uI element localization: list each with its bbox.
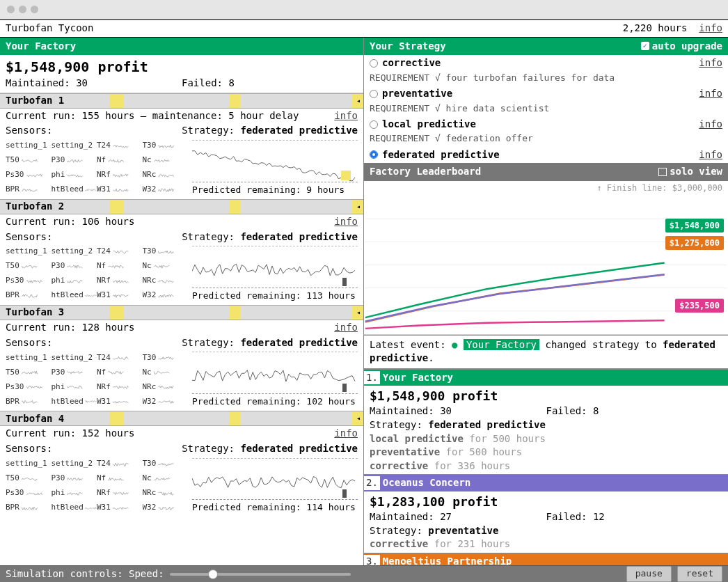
prediction-plot: [192, 246, 358, 288]
app-info-link[interactable]: info: [699, 22, 722, 33]
turbofan-header[interactable]: Turbofan 1 ◂: [0, 93, 363, 109]
solo-view-label: solo view: [670, 165, 722, 179]
window-zoom-icon[interactable]: [31, 6, 38, 13]
latest-event: Latest event: ● Your Factory changed str…: [364, 335, 728, 369]
strategy-history-item: local predictive for 500 hours: [370, 432, 722, 446]
auto-upgrade-toggle[interactable]: ✓ auto upgrade: [641, 40, 722, 54]
factory-profit: $1,548,900 profit: [6, 57, 358, 77]
leaderboard-item-header[interactable]: 1. Your Factory: [364, 370, 728, 386]
turbofan-name: Turbofan 4: [6, 412, 64, 426]
strategy-option-corrective[interactable]: corrective info: [364, 55, 728, 72]
sensor-Ps30: Ps30: [6, 486, 52, 500]
cursor-marker-icon: [342, 489, 347, 498]
lb-failed: Failed: 8: [546, 404, 723, 418]
window-titlebar: [0, 0, 728, 19]
turbofan-header[interactable]: Turbofan 2 ◂: [0, 199, 363, 214]
sensor-T50: T50: [6, 259, 52, 273]
strategy-option-federated predictive[interactable]: federated predictive info: [364, 147, 728, 164]
event-factory-tag: Your Factory: [464, 339, 539, 350]
strategy-line: Strategy: federated predictive: [182, 442, 358, 456]
sensor-Ps30: Ps30: [6, 168, 52, 182]
sensor-Nf: Nf: [97, 365, 143, 379]
sensor-T24: T24: [97, 350, 143, 364]
sensor-P30: P30: [52, 153, 97, 167]
sensor-NRc: NRc: [143, 168, 189, 182]
sensor-setting_1: setting_1: [6, 457, 52, 471]
factory-maintained: Maintained: 30: [6, 77, 182, 91]
turbofan-info-link[interactable]: info: [334, 109, 358, 123]
predicted-remaining: Predicted remaining: 9 hours: [192, 184, 358, 196]
strategy-info-link[interactable]: info: [699, 118, 722, 132]
your-strategy-header: Your Strategy ✓ auto upgrade: [364, 38, 728, 56]
event-suffix: .: [428, 352, 434, 363]
sensor-grid: setting_1setting_2T24T30T50P30NfNcPs30ph…: [6, 244, 188, 302]
sensor-htBleed: htBleed: [52, 288, 97, 302]
turbofan-header[interactable]: Turbofan 4 ◂: [0, 411, 363, 426]
window-minimize-icon[interactable]: [19, 6, 26, 13]
strategy-info-link[interactable]: info: [699, 148, 722, 162]
sensor-T50: T50: [6, 365, 52, 379]
lb-profit: $1,548,900 profit: [370, 387, 722, 404]
sensor-htBleed: htBleed: [52, 182, 97, 196]
speed-slider[interactable]: [170, 573, 351, 576]
turbofan-name: Turbofan 2: [6, 200, 64, 214]
leaderboard-item: 3. Menoeltius Partnership $1,275,800 pro…: [364, 553, 728, 565]
pause-button[interactable]: pause: [626, 566, 672, 581]
sensor-Nc: Nc: [143, 259, 189, 273]
sensor-phi: phi: [52, 168, 97, 182]
sensor-T30: T30: [143, 350, 189, 364]
sensors-label: Sensors:: [6, 230, 52, 244]
speed-label: Simulation controls: Speed:: [6, 567, 164, 581]
sensor-W31: W31: [97, 182, 143, 196]
strategy-info-link[interactable]: info: [699, 56, 722, 70]
event-dot-icon: ●: [452, 339, 457, 350]
sensor-T24: T24: [97, 457, 143, 471]
sensor-Ps30: Ps30: [6, 379, 52, 393]
profit-badge: $1,275,800: [665, 236, 724, 251]
leaderboard-header: Factory Leaderboard solo view: [364, 163, 728, 181]
finish-line-label: ↑ Finish line: $3,000,000: [364, 181, 728, 196]
leaderboard-list: 1. Your Factory $1,548,900 profit Mainta…: [364, 369, 728, 565]
leaderboard-item-header[interactable]: 3. Menoeltius Partnership: [364, 553, 728, 565]
turbofan-info-link[interactable]: info: [334, 215, 358, 229]
prediction-plot: [192, 352, 358, 394]
leaderboard-name: Your Factory: [383, 371, 453, 385]
speed-slider-thumb[interactable]: [208, 569, 218, 579]
turbofan-name: Turbofan 3: [6, 306, 64, 320]
reset-button[interactable]: reset: [677, 566, 722, 581]
strategy-requirement: REQUIREMENT √ federation offer: [364, 132, 728, 146]
caret-left-icon: ◂: [356, 96, 361, 106]
sensor-Nf: Nf: [97, 259, 143, 273]
sensor-NRf: NRf: [97, 274, 143, 288]
strategy-requirement: REQUIREMENT √ hire data scientist: [364, 102, 728, 116]
sensor-phi: phi: [52, 486, 97, 500]
sensor-grid: setting_1setting_2T24T30T50P30NfNcPs30ph…: [6, 457, 188, 514]
turbofan-info-link[interactable]: info: [334, 427, 358, 441]
strategy-name: local predictive: [382, 118, 476, 132]
sensors-label: Sensors:: [6, 442, 52, 456]
solo-view-toggle[interactable]: solo view: [658, 165, 722, 179]
sensor-T24: T24: [97, 244, 143, 258]
sensor-setting_2: setting_2: [52, 457, 97, 471]
strategy-info-link[interactable]: info: [699, 87, 722, 101]
sensor-P30: P30: [52, 365, 97, 379]
turbofan-info-link[interactable]: info: [334, 321, 358, 335]
turbofan-header[interactable]: Turbofan 3 ◂: [0, 305, 363, 320]
sensor-NRc: NRc: [143, 486, 189, 500]
sensor-W32: W32: [143, 288, 189, 302]
leaderboard-item-header[interactable]: 2. Oceanus Concern: [364, 475, 728, 491]
turbofan-list: Turbofan 1 ◂ Current run: 155 hours — ma…: [0, 93, 363, 565]
sensor-W31: W31: [97, 501, 143, 514]
strategy-option-local predictive[interactable]: local predictive info: [364, 116, 728, 133]
predicted-remaining: Predicted remaining: 102 hours: [192, 395, 358, 408]
window-close-icon[interactable]: [7, 6, 15, 13]
lb-failed: Failed: 12: [546, 510, 723, 524]
strategy-line: Strategy: federated predictive: [182, 336, 358, 350]
turbofan-run: Current run: 106 hours: [6, 215, 134, 229]
sensor-T24: T24: [97, 139, 143, 152]
sensor-htBleed: htBleed: [52, 501, 97, 514]
hours-counter: 2,220 hours: [623, 22, 688, 33]
sensor-Nf: Nf: [97, 153, 143, 167]
strategy-options: corrective info REQUIREMENT √ four turbo…: [364, 55, 728, 163]
strategy-option-preventative[interactable]: preventative info: [364, 86, 728, 102]
